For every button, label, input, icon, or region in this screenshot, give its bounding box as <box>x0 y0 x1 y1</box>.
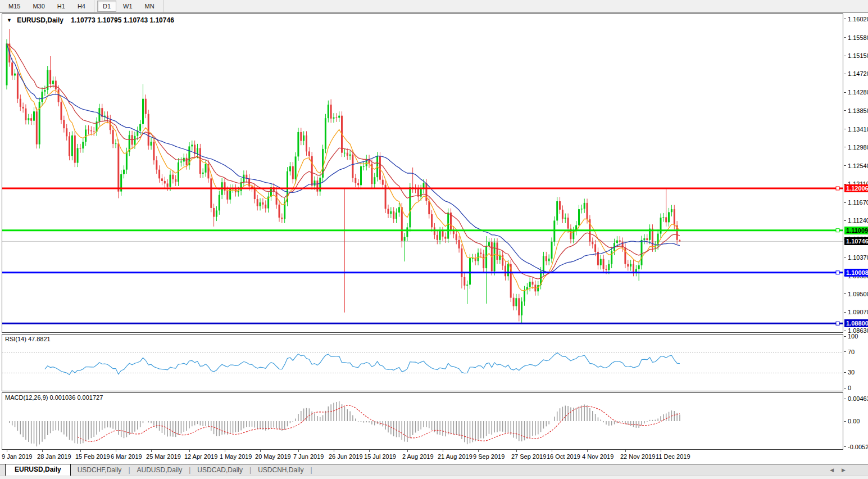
date-label: 12 Apr 2019 <box>184 453 217 460</box>
chart-title: ▼ EURUSD,Daily 1.10773 1.10795 1.10743 1… <box>7 16 174 24</box>
date-label: 26 Jun 2019 <box>329 453 363 460</box>
timeframe-toolbar: M15M30H1H4D1W1MN <box>0 0 868 13</box>
price-badge-hline[interactable]: 1.11009 <box>844 227 868 234</box>
date-label: 1 May 2019 <box>220 453 252 460</box>
macd-pane[interactable]: MACD(12,26,9) 0.001036 0.001727 <box>2 392 843 450</box>
date-label: 9 Jan 2019 <box>2 453 32 460</box>
chart-dropdown-icon[interactable]: ▼ <box>7 17 12 23</box>
price-axis-label: 1.15150 <box>848 52 868 59</box>
date-label: 16 Oct 2019 <box>547 453 580 460</box>
chart-tab-bar: EURUSD,DailyUSDCHF,Daily|AUDUSD,Daily|US… <box>0 464 868 476</box>
price-axis-label: 1.16020 <box>848 16 868 22</box>
price-pane[interactable]: ▼ EURUSD,Daily 1.10773 1.10795 1.10743 1… <box>2 13 843 333</box>
price-axis-label: 1.09070 <box>848 309 868 315</box>
date-label: 6 Mar 2019 <box>111 453 142 460</box>
status-bar <box>0 476 868 479</box>
price-axis-tick <box>844 129 846 129</box>
date-tick <box>443 450 443 452</box>
tab-scroll-right-icon[interactable]: ▶ <box>842 467 853 473</box>
price-axis-tick <box>844 220 846 221</box>
timeframe-button-W1[interactable]: W1 <box>117 1 138 12</box>
macd-label: MACD(12,26,9) 0.001036 0.001727 <box>5 394 103 401</box>
date-tick <box>260 450 261 452</box>
timeframe-button-M15[interactable]: M15 <box>3 1 26 12</box>
rsi-axis-tick <box>844 351 846 352</box>
date-tick <box>189 450 190 452</box>
price-axis-tick <box>844 37 846 38</box>
timeframe-group: D1W1MN <box>94 0 163 12</box>
price-axis-label: 1.10370 <box>848 254 868 261</box>
macd-canvas[interactable] <box>2 393 843 449</box>
price-axis-tick <box>844 147 846 147</box>
date-label: 4 Nov 2019 <box>582 453 613 460</box>
rsi-canvas[interactable] <box>2 335 843 391</box>
date-tick <box>661 450 661 452</box>
macd-axis-label: 0.00463 <box>848 395 868 402</box>
macd-axis-label: -0.005295 <box>848 444 868 450</box>
tab-scroll-left-icon[interactable]: ◀ <box>830 467 842 473</box>
price-axis-tick <box>844 110 846 111</box>
price-axis-tick <box>844 257 846 257</box>
rsi-axis-label: 0 <box>848 385 851 391</box>
timeframe-button-M30[interactable]: M30 <box>27 1 50 12</box>
price-badge-hline[interactable]: 1.08800 <box>844 319 868 327</box>
date-tick <box>116 450 116 452</box>
price-axis-tick <box>844 74 846 74</box>
price-axis-label: 1.11670 <box>848 199 868 206</box>
date-tick <box>369 450 370 452</box>
tab-usdcad[interactable]: USDCAD,Daily <box>190 465 249 476</box>
price-axis-label: 1.15580 <box>848 34 868 41</box>
rsi-pane[interactable]: RSI(14) 47.8821 <box>2 334 843 391</box>
date-tick <box>407 450 408 452</box>
date-tick <box>42 450 43 452</box>
date-tick <box>80 450 81 452</box>
timeframe-button-MN[interactable]: MN <box>139 1 160 12</box>
price-axis-label: 1.09500 <box>848 291 868 297</box>
tab-usdchf[interactable]: USDCHF,Daily <box>71 465 129 476</box>
date-label: 15 Feb 2019 <box>75 453 110 460</box>
price-axis-tick <box>844 56 846 56</box>
price-axis-tick <box>844 331 846 331</box>
rsi-axis-tick <box>844 388 846 388</box>
price-axis-tick <box>844 202 846 203</box>
timeframe-button-D1[interactable]: D1 <box>97 1 116 12</box>
price-badge-current[interactable]: 1.10746 <box>844 237 868 245</box>
date-axis: 9 Jan 201928 Jan 201915 Feb 20196 Mar 20… <box>0 450 868 464</box>
date-tick <box>478 450 479 452</box>
chart-title-ohlc: 1.10773 1.10795 1.10743 1.10746 <box>71 16 174 24</box>
rsi-label: RSI(14) 47.8821 <box>5 336 51 342</box>
date-label: 21 Aug 2019 <box>438 453 472 460</box>
price-chart-canvas[interactable] <box>2 14 843 332</box>
date-tick <box>516 450 517 452</box>
tab-audusd[interactable]: AUDUSD,Daily <box>130 465 189 476</box>
date-label: 22 Nov 2019 <box>620 453 655 460</box>
macd-axis-tick <box>844 446 846 447</box>
date-label: 20 May 2019 <box>255 453 291 460</box>
rsi-axis-label: 70 <box>848 349 855 355</box>
tab-separator: | <box>310 466 312 476</box>
macd-axis-tick <box>844 399 846 399</box>
tab-eurusd[interactable]: EURUSD,Daily <box>5 464 71 476</box>
date-tick <box>625 450 626 452</box>
date-tick <box>298 450 299 452</box>
date-tick <box>552 450 552 452</box>
price-axis-label: 1.12980 <box>848 144 868 151</box>
date-tick <box>7 450 7 452</box>
tab-scroll-arrows[interactable]: ◀▶ <box>830 467 853 473</box>
timeframe-button-H1[interactable]: H1 <box>52 1 71 12</box>
price-badge-hline[interactable]: 1.12006 <box>844 184 868 192</box>
macd-axis-tick <box>844 421 846 422</box>
date-tick <box>225 450 225 452</box>
timeframe-button-H4[interactable]: H4 <box>72 1 91 12</box>
price-axis-label: 1.13850 <box>848 107 868 114</box>
price-axis-tick <box>844 92 846 93</box>
timeframe-group: M15M30H1H4 <box>0 0 94 12</box>
date-label: 15 Jul 2019 <box>364 453 396 460</box>
price-badge-hline[interactable]: 1.10008 <box>844 269 868 277</box>
price-axis-label: 1.12540 <box>848 162 868 169</box>
rsi-axis-tick <box>844 336 846 337</box>
chart-title-symbol: EURUSD,Daily <box>17 16 63 24</box>
date-label: 28 Jan 2019 <box>37 453 71 460</box>
tab-usdcnh[interactable]: USDCNH,Daily <box>251 465 310 476</box>
price-axis-label: 1.11240 <box>848 217 868 224</box>
